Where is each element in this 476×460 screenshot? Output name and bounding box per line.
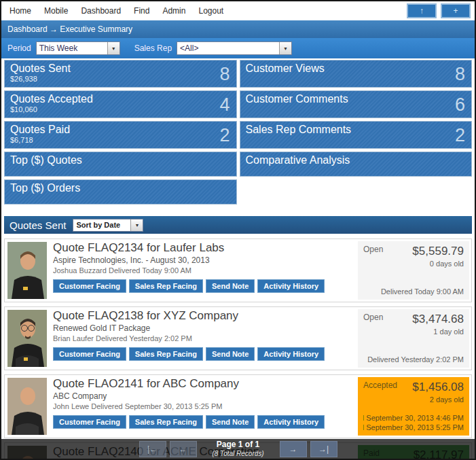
- add-button[interactable]: +: [441, 3, 471, 18]
- top-nav: Home Mobile Dashboard Find Admin Logout …: [1, 1, 475, 20]
- send-note-button[interactable]: Send Note: [206, 279, 255, 293]
- sales-rep-facing-button[interactable]: Sales Rep Facing: [129, 415, 203, 429]
- quote-age: 0 days old: [363, 260, 464, 268]
- quote-title[interactable]: Quote FLAO2141 for ABC Company: [53, 376, 356, 391]
- dropdown-arrow-icon[interactable]: ▼: [107, 42, 120, 54]
- avatar-image: [7, 242, 47, 299]
- dropdown-arrow-icon[interactable]: ▼: [130, 219, 143, 231]
- activity-history-button[interactable]: Activity History: [257, 415, 325, 429]
- sort-select[interactable]: Sort by Date ▼: [73, 219, 143, 232]
- nav-item-find[interactable]: Find: [134, 6, 149, 16]
- tile-quotes-accepted[interactable]: Quotes Accepted $10,060 4: [4, 90, 237, 118]
- sales-rep-avatar: [7, 310, 47, 367]
- total-records-label: (8 Total Records): [200, 450, 276, 458]
- tile-count: 4: [219, 94, 230, 115]
- tile-title: Quotes Paid: [10, 123, 231, 136]
- period-select[interactable]: This Week ▼: [36, 41, 120, 55]
- tile-subtitle: $6,718: [10, 136, 231, 145]
- customer-facing-button[interactable]: Customer Facing: [53, 415, 126, 429]
- last-page-button[interactable]: →|: [310, 441, 337, 457]
- sort-select-value: Sort by Date: [73, 221, 130, 229]
- tile-top-quotes[interactable]: Top ($) Quotes: [4, 152, 237, 177]
- nav-item-admin[interactable]: Admin: [162, 6, 185, 16]
- tile-title: Customer Views: [246, 62, 466, 75]
- tile-customer-comments[interactable]: Customer Comments 6: [240, 90, 473, 118]
- quote-meta: John Lewe Delivered September 30, 2013 5…: [53, 402, 356, 410]
- quote-subtitle: Aspire Technologies, Inc. - August 30, 2…: [53, 255, 356, 265]
- quote-amount: $3,474.68: [412, 313, 464, 326]
- quote-history: Accepted September 30, 2013 4:46 PM Deli…: [363, 413, 464, 432]
- tile-title: Quotes Accepted: [10, 92, 231, 105]
- quote-status-panel: Accepted $1,456.08 2 days old Accepted S…: [358, 377, 469, 436]
- tiles-left-column: Quotes Sent $26,938 8 Quotes Accepted $1…: [4, 60, 237, 207]
- quote-history-line: Accepted September 30, 2013 4:46 PM: [363, 413, 464, 423]
- customer-facing-button[interactable]: Customer Facing: [53, 347, 126, 361]
- tile-subtitle: $10,060: [10, 105, 231, 114]
- sales-rep-avatar: [7, 378, 47, 435]
- tile-quotes-paid[interactable]: Quotes Paid $6,718 2: [4, 121, 237, 149]
- tile-title: Top ($) Quotes: [10, 154, 231, 166]
- customer-facing-button[interactable]: Customer Facing: [53, 279, 126, 293]
- nav-item-home[interactable]: Home: [10, 6, 31, 16]
- tile-title: Customer Comments: [246, 92, 466, 105]
- period-select-value: This Week: [37, 43, 107, 53]
- tile-title: Comparative Analysis: [246, 154, 466, 166]
- nav-item-logout[interactable]: Logout: [198, 6, 223, 16]
- avatar-image: [7, 378, 47, 435]
- send-note-button[interactable]: Send Note: [206, 347, 255, 361]
- nav-item-mobile[interactable]: Mobile: [44, 6, 68, 16]
- quote-status-panel: Open $5,559.79 0 days old Delivered Toda…: [358, 241, 469, 300]
- sales-rep-label: Sales Rep: [134, 43, 172, 53]
- sales-rep-select-value: <All>: [177, 43, 279, 53]
- tile-count: 6: [455, 94, 465, 115]
- next-page-button[interactable]: →: [280, 441, 307, 457]
- tile-title: Top ($) Orders: [10, 181, 231, 194]
- prev-page-button[interactable]: ←: [170, 441, 197, 457]
- pagination-status: Page 1 of 1 (8 Total Records): [200, 440, 276, 457]
- sales-rep-facing-button[interactable]: Sales Rep Facing: [129, 279, 203, 293]
- quote-amount: $1,456.08: [412, 381, 464, 394]
- quotes-list: Quote FLAQ2134 for Laufer Labs Aspire Te…: [1, 234, 475, 460]
- scroll-top-button[interactable]: ↑: [407, 3, 437, 18]
- avatar-image: [7, 310, 47, 367]
- sales-rep-select[interactable]: <All> ▼: [177, 41, 292, 55]
- dropdown-arrow-icon[interactable]: ▼: [279, 42, 291, 54]
- tile-count: 2: [219, 124, 230, 145]
- quote-details: Quote FLAO2141 for ABC Company ABC Compa…: [47, 375, 356, 438]
- tile-customer-views[interactable]: Customer Views 8: [240, 60, 473, 88]
- sales-rep-avatar: [7, 242, 47, 299]
- send-note-button[interactable]: Send Note: [206, 415, 255, 429]
- quote-history-line: Delivered Today 9:00 AM: [363, 287, 464, 296]
- quote-age: 2 days old: [363, 395, 464, 404]
- activity-history-button[interactable]: Activity History: [257, 347, 325, 361]
- activity-history-button[interactable]: Activity History: [257, 279, 325, 293]
- tile-top-orders[interactable]: Top ($) Orders: [4, 179, 237, 205]
- quote-actions: Customer Facing Sales Rep Facing Send No…: [53, 347, 356, 361]
- quote-history: Delivered Today 9:00 AM: [363, 287, 464, 296]
- quote-amount: $5,559.79: [412, 245, 464, 258]
- tile-title: Sales Rep Comments: [246, 123, 466, 136]
- quote-subtitle: Renewed Gold IT Package: [53, 323, 356, 333]
- tile-count: 2: [455, 124, 465, 145]
- quote-age: 1 day old: [363, 328, 464, 336]
- pagination-overlay: |← ← Page 1 of 1 (8 Total Records) → →|: [1, 439, 475, 459]
- quote-details: Quote FLAQ2134 for Laufer Labs Aspire Te…: [47, 239, 356, 302]
- quote-row: Quote FLAO2141 for ABC Company ABC Compa…: [4, 374, 472, 438]
- top-nav-buttons: ↑ +: [407, 3, 471, 18]
- tile-comparative-analysis[interactable]: Comparative Analysis: [240, 152, 473, 177]
- sales-rep-facing-button[interactable]: Sales Rep Facing: [129, 347, 203, 361]
- nav-item-dashboard[interactable]: Dashboard: [81, 6, 121, 16]
- tiles-right-column: Customer Views 8 Customer Comments 6 Sal…: [240, 60, 473, 207]
- quote-meta: Brian Laufer Delivered Yesterday 2:02 PM: [53, 334, 356, 342]
- period-label: Period: [7, 43, 31, 53]
- quote-title[interactable]: Quote FLAQ2134 for Laufer Labs: [53, 241, 356, 255]
- first-page-button[interactable]: |←: [139, 441, 166, 457]
- tile-quotes-sent[interactable]: Quotes Sent $26,938 8: [4, 60, 237, 88]
- quote-meta: Joshua Buzzard Delivered Today 9:00 AM: [53, 266, 356, 275]
- quote-title[interactable]: Quote FLAQ2138 for XYZ Company: [53, 308, 356, 323]
- quote-row: Quote FLAQ2134 for Laufer Labs Aspire Te…: [4, 238, 472, 302]
- breadcrumb: Dashboard → Executive Summary: [1, 20, 475, 38]
- filter-bar: Period This Week ▼ Sales Rep <All> ▼: [1, 38, 475, 58]
- quote-status-panel: Open $3,474.68 1 day old Delivered Yeste…: [358, 309, 469, 368]
- tile-sales-rep-comments[interactable]: Sales Rep Comments 2: [240, 121, 473, 149]
